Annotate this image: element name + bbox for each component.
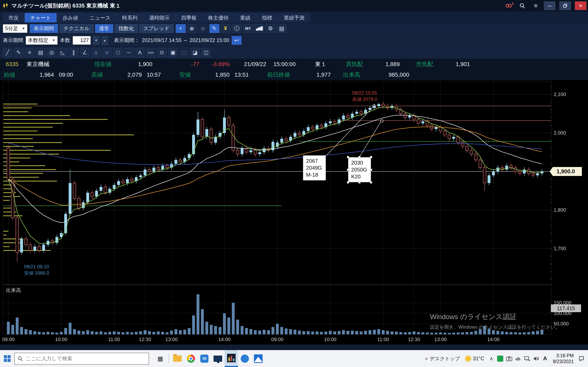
wrench-icon[interactable]: ⚙ xyxy=(266,24,276,33)
taskbar-clock[interactable]: 3:16 PM 9/23/2021 xyxy=(553,353,574,365)
fan-lines-icon[interactable]: ◺ xyxy=(58,48,67,57)
count-down-button[interactable]: ▼ xyxy=(93,36,99,45)
pencil-icon[interactable]: ✎ xyxy=(209,24,219,33)
tab[interactable]: 四季報 xyxy=(176,13,202,22)
angle-line-icon[interactable]: ∠ xyxy=(80,48,89,57)
eraser-all-icon[interactable]: ◫ xyxy=(201,48,211,57)
resize-handle[interactable] xyxy=(347,169,349,171)
search-icon[interactable] xyxy=(517,1,527,10)
zoom-in-icon[interactable]: ⊕ xyxy=(187,24,197,33)
bar-count-input[interactable] xyxy=(73,37,90,43)
info-icon[interactable]: ⓘ xyxy=(232,24,242,33)
tab[interactable]: 業績予測 xyxy=(278,13,310,22)
trend-line-icon[interactable]: ╱ xyxy=(3,48,12,57)
tab[interactable]: 株主優待 xyxy=(203,13,234,22)
x-axis-label: 10:00 xyxy=(324,337,337,342)
resize-handle[interactable] xyxy=(358,181,361,184)
pin-icon[interactable]: ⊙ xyxy=(157,48,167,57)
resize-handle[interactable] xyxy=(347,181,349,184)
x-axis-label: 11:00 xyxy=(377,337,389,342)
current-price-tag: 1,900.0 xyxy=(550,167,582,176)
start-button[interactable] xyxy=(0,350,14,367)
tab[interactable]: 業績 xyxy=(234,13,256,22)
my-chart-icon[interactable]: MY xyxy=(243,24,253,33)
restore-button[interactable] xyxy=(559,1,571,10)
tab[interactable]: 適時開示 xyxy=(144,13,175,22)
tray-camera-icon[interactable] xyxy=(505,354,514,364)
area-chart-icon[interactable]: ▄▆█ xyxy=(254,24,264,33)
mail-app-icon[interactable]: ✉ xyxy=(198,350,211,367)
tray-network-icon[interactable] xyxy=(523,354,532,364)
tray-cloud-icon[interactable] xyxy=(514,354,523,364)
resize-handle[interactable] xyxy=(370,169,372,171)
select-box-icon[interactable]: ▢ xyxy=(179,48,189,57)
ime-mode-indicator[interactable]: A xyxy=(541,354,550,364)
quote-row-1: 6335 東京機械 現在値 1,900 -77 -3.89% 21/09/22 … xyxy=(0,59,588,69)
interval-select[interactable]: 5分足 ▼ xyxy=(3,24,27,33)
close-button[interactable]: × xyxy=(575,1,586,10)
crosshair-plus-icon[interactable]: + xyxy=(176,24,186,33)
tray-expand-icon[interactable]: ∧ xyxy=(490,356,493,361)
link-icon[interactable]: 1 xyxy=(503,1,514,10)
toolbar-button[interactable]: 指数化 xyxy=(115,24,138,33)
resize-handle[interactable] xyxy=(358,156,361,158)
toolbar-button[interactable]: スプレッド xyxy=(139,24,173,33)
icon-stamp-icon[interactable]: icon xyxy=(146,48,156,57)
app-logo-icon xyxy=(2,2,9,9)
explorer-icon[interactable] xyxy=(171,350,184,367)
count-mode-select[interactable]: 本数指定 ▼ xyxy=(26,36,58,45)
minimize-button[interactable]: – xyxy=(544,1,555,10)
task-view-icon[interactable]: ▦ xyxy=(154,350,167,367)
toolbar-button[interactable]: テクニカル xyxy=(60,24,94,33)
multitool-app-icon[interactable] xyxy=(225,350,238,367)
notification-center-icon[interactable] xyxy=(577,354,586,364)
tray-green-app-icon[interactable] xyxy=(497,356,503,362)
x-axis-label: 12:30 xyxy=(408,337,420,342)
x-axis-label: 13:00 xyxy=(165,337,178,342)
rectangle-icon[interactable]: □ xyxy=(113,48,122,57)
h-lines-icon[interactable]: ≡ xyxy=(25,48,34,57)
h-lines-dense-icon[interactable]: ▤ xyxy=(36,48,45,57)
h-segment-icon[interactable]: ─ xyxy=(124,48,134,57)
indicator-tooltip-1[interactable]: 2067 2049G M-18 xyxy=(303,155,326,180)
open-time: 09:00 xyxy=(59,72,73,78)
resize-handle[interactable] xyxy=(370,156,372,158)
zoom-out-icon[interactable]: ⊖ xyxy=(198,24,208,33)
copy-icon[interactable]: ▣ xyxy=(168,48,178,57)
text-a-icon[interactable]: A xyxy=(135,48,145,57)
tab[interactable]: 市況 xyxy=(3,13,24,22)
fib-circle-icon[interactable]: ◎ xyxy=(47,48,56,57)
indicator-tooltip-2[interactable]: 2030 2050G K20 xyxy=(348,157,371,182)
tray-volume-icon[interactable] xyxy=(532,354,541,364)
undo-icon[interactable]: ↩ xyxy=(232,36,242,45)
tab[interactable]: 時系列 xyxy=(117,13,143,22)
desktop-toolbar-label[interactable]: デスクトップ xyxy=(430,355,460,362)
resize-handle[interactable] xyxy=(370,181,372,184)
tab[interactable]: ニュース xyxy=(84,13,116,22)
tab[interactable]: 歩み値 xyxy=(57,13,84,22)
ruler-icon[interactable]: ✎ xyxy=(14,48,23,57)
photos-icon[interactable] xyxy=(251,350,265,367)
toolbar-button[interactable]: 表示期間 xyxy=(30,24,58,33)
toolbar-chevron-icon[interactable]: » xyxy=(425,356,428,361)
print-icon[interactable]: ▤ xyxy=(277,24,287,33)
count-up-button[interactable]: ▲ xyxy=(102,36,108,45)
change-value: -77 xyxy=(177,61,199,67)
weather-widget[interactable]: 31°C xyxy=(466,356,484,361)
tab[interactable]: チャート xyxy=(25,13,57,22)
yen-icon[interactable]: ¥ xyxy=(221,24,231,33)
menu-icon[interactable]: ≡ xyxy=(530,1,541,10)
blue-circle-app-icon[interactable] xyxy=(238,350,251,367)
tab[interactable]: 指標 xyxy=(256,13,278,22)
search-input[interactable] xyxy=(25,355,146,362)
pentagon-icon[interactable]: ⌂ xyxy=(91,48,100,57)
eraser-icon[interactable]: ◪ xyxy=(190,48,200,57)
price-chart-canvas[interactable] xyxy=(0,80,588,345)
v-lines-icon[interactable]: ∥ xyxy=(69,48,78,57)
toolbar-button[interactable]: 通常 xyxy=(95,24,113,33)
chrome-icon[interactable] xyxy=(184,350,198,367)
circle-icon[interactable]: ○ xyxy=(102,48,112,57)
remote-desktop-icon[interactable] xyxy=(211,350,225,367)
resize-handle[interactable] xyxy=(347,156,349,158)
taskbar-search[interactable] xyxy=(14,353,149,365)
